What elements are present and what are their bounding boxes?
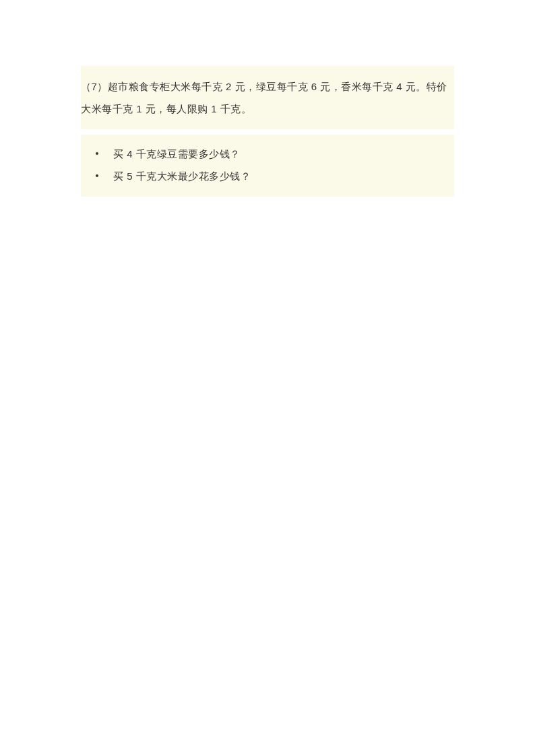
question-text: 买 4 千克绿豆需要多少钱？ (113, 148, 241, 160)
questions-list: 买 4 千克绿豆需要多少钱？ 买 5 千克大米最少花多少钱？ (81, 135, 454, 197)
page-content: （7）超市粮食专柜大米每千克 2 元，绿豆每千克 6 元，香米每千克 4 元。特… (0, 0, 535, 197)
list-item: 买 4 千克绿豆需要多少钱？ (81, 143, 454, 165)
problem-statement: （7）超市粮食专柜大米每千克 2 元，绿豆每千克 6 元，香米每千克 4 元。特… (81, 66, 454, 129)
question-text: 买 5 千克大米最少花多少钱？ (113, 170, 251, 182)
list-item: 买 5 千克大米最少花多少钱？ (81, 165, 454, 187)
problem-text: （7）超市粮食专柜大米每千克 2 元，绿豆每千克 6 元，香米每千克 4 元。特… (81, 81, 447, 114)
